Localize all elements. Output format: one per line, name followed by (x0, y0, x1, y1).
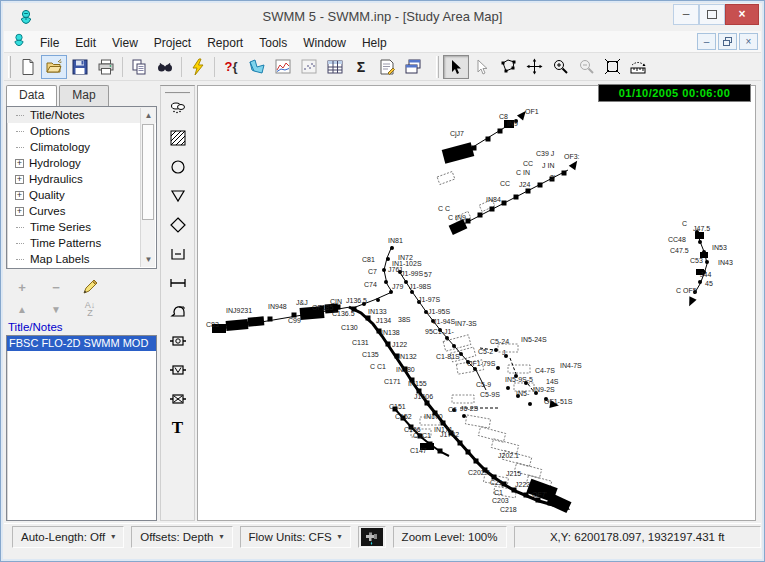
tree-item-curves[interactable]: +Curves (7, 203, 156, 219)
full-extent-button[interactable] (599, 55, 625, 79)
profile-plot-button[interactable] (244, 55, 270, 79)
arrange-windows-button[interactable] (400, 55, 426, 79)
dropdown-caret-icon[interactable]: ▾ (220, 532, 224, 541)
map-label: C IN (516, 169, 530, 176)
map-label: C83 (206, 321, 219, 328)
status-auto-length[interactable]: Auto-Length: Off▾ (12, 526, 124, 548)
move-down-button[interactable]: ▼ (46, 301, 66, 319)
divider-tool[interactable] (163, 212, 192, 238)
save-button[interactable] (67, 55, 93, 79)
status-offsets[interactable]: Offsets: Depth▾ (131, 526, 232, 548)
scatter-plot-button[interactable] (296, 55, 322, 79)
tree-item-label: Map Labels (30, 253, 89, 265)
time-series-plot-button[interactable] (270, 55, 296, 79)
pump-tool[interactable] (163, 299, 192, 325)
list-item[interactable]: FBSC FLO-2D SWMM MOD (7, 336, 156, 351)
zoom-in-button[interactable] (547, 55, 573, 79)
storage-unit-tool[interactable] (163, 241, 192, 267)
menu-edit[interactable]: Edit (67, 34, 104, 52)
rain-gage-tool[interactable] (163, 96, 192, 122)
mdi-minimize-button[interactable]: – (697, 33, 716, 50)
expand-icon[interactable]: + (15, 159, 24, 168)
tree-item-title-notes[interactable]: Title/Notes (7, 107, 156, 123)
object-toolbar: T (160, 85, 195, 521)
scroll-down-icon[interactable]: ▼ (141, 252, 156, 267)
menu-project[interactable]: Project (146, 34, 199, 52)
objbar-grip[interactable] (165, 88, 190, 94)
close-button[interactable]: × (725, 4, 759, 25)
mdi-close-button[interactable]: × (739, 33, 758, 50)
menu-tools[interactable]: Tools (251, 34, 295, 52)
outfall-tool[interactable] (163, 183, 192, 209)
junction-tool[interactable] (163, 154, 192, 180)
new-button[interactable] (15, 55, 41, 79)
dropdown-caret-icon[interactable]: ▾ (338, 532, 342, 541)
mdi-child-icon[interactable] (12, 33, 26, 51)
subcatchment-tool[interactable] (163, 125, 192, 151)
select-vertex-button[interactable] (469, 55, 495, 79)
conduit-tool[interactable] (163, 270, 192, 296)
menu-help[interactable]: Help (354, 34, 395, 52)
expand-icon[interactable]: + (15, 175, 24, 184)
tree-item-hydraulics[interactable]: +Hydraulics (7, 171, 156, 187)
statistics-button[interactable]: Σ (348, 55, 374, 79)
menu-file[interactable]: File (32, 34, 67, 52)
tree-guide (16, 243, 24, 244)
run-button[interactable] (185, 55, 211, 79)
toolbar-grip[interactable] (8, 56, 11, 78)
toolbar-grip[interactable] (436, 56, 439, 78)
edit-object-button[interactable] (80, 279, 100, 297)
tree-item-quality[interactable]: +Quality (7, 187, 156, 203)
maximize-button[interactable] (699, 4, 725, 25)
menu-view[interactable]: View (104, 34, 146, 52)
toolbar-separator (122, 57, 123, 77)
move-up-button[interactable]: ▲ (12, 301, 32, 319)
scroll-thumb[interactable] (142, 124, 154, 220)
zoom-out-button[interactable] (573, 55, 599, 79)
delete-object-button[interactable]: − (46, 279, 66, 297)
table-button[interactable] (322, 55, 348, 79)
mdi-restore-button[interactable] (718, 33, 737, 50)
select-region-button[interactable] (495, 55, 521, 79)
tree-scrollbar[interactable]: ▲ ▼ (140, 108, 155, 267)
study-area-map[interactable]: 01/10/2005 00:06:00 OF1C8IN9CjJ7OF3:C39 … (197, 85, 756, 521)
pan-button[interactable] (521, 55, 547, 79)
map-label: J79 (392, 283, 403, 290)
add-object-button[interactable]: + (12, 279, 32, 297)
tree-item-time-series[interactable]: Time Series (7, 219, 156, 235)
map-label: C39 J (536, 150, 554, 157)
copy-button[interactable] (126, 55, 152, 79)
app-window: SWMM 5 - SWMM.inp - [Study Area Map] – ×… (0, 0, 765, 562)
select-object-button[interactable] (443, 55, 469, 79)
expand-icon[interactable]: + (15, 207, 24, 216)
tab-data[interactable]: Data (6, 85, 57, 106)
label-tool[interactable]: T (163, 415, 192, 441)
minimize-button[interactable]: – (673, 4, 699, 25)
menu-window[interactable]: Window (295, 34, 354, 52)
expand-icon[interactable]: + (15, 191, 24, 200)
measure-button[interactable] (625, 55, 651, 79)
print-button[interactable] (93, 55, 119, 79)
map-label: C5-2 (478, 348, 493, 355)
tree-item-map-labels[interactable]: Map Labels (7, 251, 156, 267)
tree-item-hydrology[interactable]: +Hydrology (7, 155, 156, 171)
dropdown-caret-icon[interactable]: ▾ (111, 532, 115, 541)
weir-tool[interactable] (163, 357, 192, 383)
map-label: C (682, 220, 687, 227)
outlet-tool[interactable] (163, 386, 192, 412)
sort-button[interactable]: A↓Z (80, 301, 100, 319)
tree-item-options[interactable]: Options (7, 123, 156, 139)
query-button[interactable]: ?{ (218, 55, 244, 79)
tree-item-climatology[interactable]: Climatology (7, 139, 156, 155)
find-button[interactable] (152, 55, 178, 79)
tab-map[interactable]: Map (59, 85, 108, 106)
map-label: J44 (700, 271, 711, 278)
menu-report[interactable]: Report (199, 34, 251, 52)
tree-item-time-patterns[interactable]: Time Patterns (7, 235, 156, 251)
status-flow-units[interactable]: Flow Units: CFS▾ (240, 526, 351, 548)
orifice-tool[interactable] (163, 328, 192, 354)
map-label: C5-9 (476, 381, 491, 388)
report-options-button[interactable] (374, 55, 400, 79)
scroll-up-icon[interactable]: ▲ (141, 108, 156, 123)
open-button[interactable] (41, 55, 67, 79)
